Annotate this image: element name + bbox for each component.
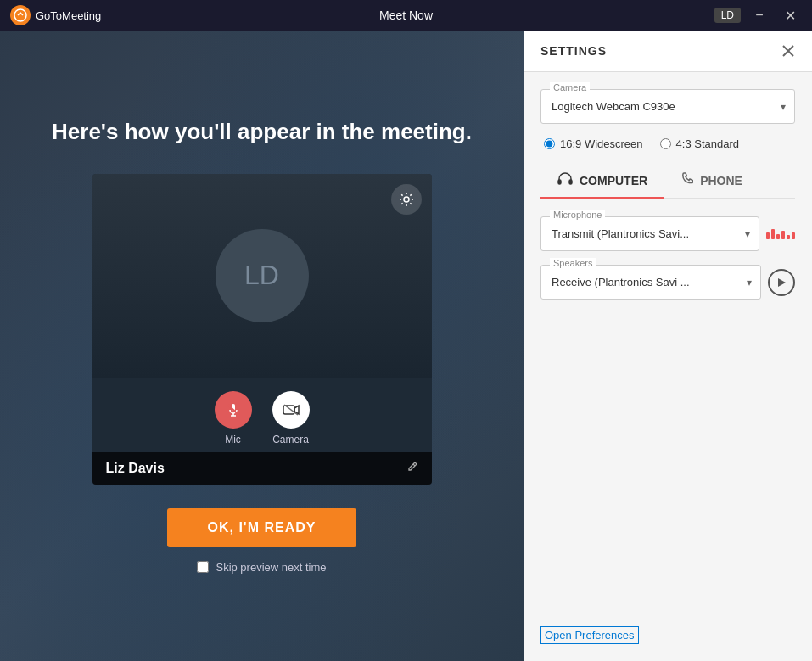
settings-header: SETTINGS — [524, 31, 812, 72]
speakers-field: Speakers Receive (Plantronics Savi ... ▾ — [540, 265, 761, 300]
open-prefs-section: Open Preferences — [540, 626, 795, 644]
display-name: Liz Davis — [106, 461, 165, 476]
camera-field-label: Camera — [550, 82, 590, 92]
speakers-select[interactable]: Receive (Plantronics Savi ... — [541, 266, 760, 299]
aspect-16-9-label[interactable]: 16:9 Widescreen — [544, 137, 643, 150]
settings-panel: SETTINGS Camera Logitech Webcam C930e ▾ — [524, 31, 812, 661]
camera-button[interactable] — [272, 391, 310, 429]
spacer — [540, 313, 795, 613]
microphone-select[interactable]: Transmit (Plantronics Savi... — [541, 217, 759, 250]
mic-level-indicator — [766, 229, 795, 239]
open-preferences-link[interactable]: Open Preferences — [540, 626, 639, 644]
skip-row: Skip preview next time — [197, 561, 326, 574]
page-heading: Here's how you'll appear in the meeting. — [52, 118, 472, 147]
name-bar: Liz Davis — [92, 452, 432, 485]
level-bar-5 — [787, 235, 790, 239]
level-bar-6 — [792, 232, 795, 239]
settings-body: Camera Logitech Webcam C930e ▾ 16:9 Wide… — [524, 72, 812, 661]
minimize-button[interactable]: − — [748, 3, 771, 27]
phone-icon — [681, 172, 693, 189]
logo-text: GoToMeeting — [36, 9, 101, 22]
svg-rect-11 — [558, 180, 561, 184]
camera-control-wrap: Camera — [272, 391, 310, 445]
level-bar-1 — [766, 232, 770, 239]
svg-marker-13 — [778, 278, 786, 287]
headphones-icon — [557, 172, 573, 189]
skip-checkbox[interactable] — [197, 561, 209, 573]
svg-line-8 — [413, 464, 415, 466]
tab-phone[interactable]: PHONE — [664, 164, 759, 198]
test-speaker-button[interactable] — [768, 269, 795, 296]
logo: GoToMeeting — [10, 5, 101, 25]
aspect-4-3-radio[interactable] — [660, 138, 671, 149]
microphone-field: Microphone Transmit (Plantronics Savi...… — [540, 216, 759, 251]
titlebar-controls: LD − ✕ — [714, 3, 802, 27]
settings-close-button[interactable] — [781, 44, 795, 58]
camera-label: Camera — [272, 434, 309, 445]
aspect-4-3-label[interactable]: 4:3 Standard — [660, 137, 739, 150]
level-bar-4 — [781, 231, 785, 239]
camera-select[interactable]: Logitech Webcam C930e — [541, 90, 794, 123]
level-bar-3 — [776, 234, 780, 239]
left-content: Here's how you'll appear in the meeting.… — [17, 118, 507, 574]
camera-field: Camera Logitech Webcam C930e ▾ — [540, 89, 795, 124]
settings-title: SETTINGS — [540, 44, 607, 58]
mic-field-label: Microphone — [550, 210, 605, 220]
speakers-field-label: Speakers — [550, 258, 596, 268]
svg-rect-12 — [569, 180, 572, 184]
svg-rect-6 — [283, 406, 294, 414]
logo-icon — [10, 5, 31, 25]
tab-computer[interactable]: COMPUTER — [540, 164, 664, 198]
aspect-ratio-row: 16:9 Widescreen 4:3 Standard — [540, 137, 795, 150]
speaker-row: Speakers Receive (Plantronics Savi ... ▾ — [540, 265, 795, 300]
video-area: LD — [92, 174, 432, 378]
titlebar: GoToMeeting Meet Now LD − ✕ — [0, 0, 812, 31]
video-preview: LD — [92, 174, 432, 485]
svg-line-7 — [284, 405, 298, 415]
ready-button[interactable]: OK, I'M READY — [167, 508, 357, 547]
mic-control-wrap: Mic — [215, 391, 252, 445]
edit-name-button[interactable] — [406, 461, 418, 475]
svg-point-0 — [14, 9, 26, 21]
user-initials-button[interactable]: LD — [714, 8, 741, 23]
close-button[interactable]: ✕ — [778, 3, 802, 27]
controls-row: Mic Camera — [92, 378, 432, 452]
mic-row: Microphone Transmit (Plantronics Savi...… — [540, 216, 795, 251]
video-settings-gear[interactable] — [391, 184, 422, 215]
window-title: Meet Now — [379, 8, 433, 22]
level-bar-2 — [771, 229, 775, 239]
skip-label: Skip preview next time — [216, 561, 326, 574]
avatar: LD — [216, 229, 309, 322]
audio-tabs: COMPUTER PHONE — [540, 164, 795, 199]
mic-label: Mic — [225, 434, 241, 445]
mic-button[interactable] — [215, 391, 252, 429]
main-container: Here's how you'll appear in the meeting.… — [0, 31, 812, 661]
left-panel: Here's how you'll appear in the meeting.… — [0, 31, 524, 661]
svg-point-1 — [404, 197, 409, 202]
aspect-16-9-radio[interactable] — [544, 138, 555, 149]
